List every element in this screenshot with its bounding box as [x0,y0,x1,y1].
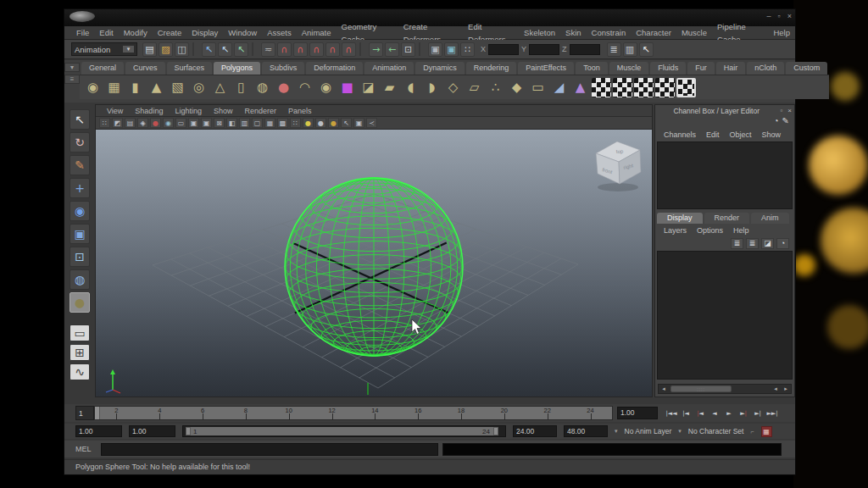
gate-mask-icon[interactable]: ∷ [290,118,301,128]
scale-tool[interactable]: ▣ [70,224,90,244]
panel-menu-shading[interactable]: Shading [129,107,169,115]
smooth-shade-icon[interactable]: ▭ [175,118,186,128]
shelf-tab-animation[interactable]: Animation [364,62,414,75]
shelf-tab-hair[interactable]: Hair [716,62,746,75]
layer-menu-layers[interactable]: Layers [659,226,692,235]
menu-skin[interactable]: Skin [560,26,586,39]
timeline-ruler[interactable]: 24681012141618202224 [94,406,613,420]
universal-manipulator-tool[interactable]: ⊡ [70,247,90,267]
soccer-ball-icon[interactable]: ● [274,78,293,97]
all-lights-icon[interactable]: ● [315,118,326,128]
timeline-frame-16[interactable]: 16 [397,407,440,419]
default-lighting-icon[interactable]: ● [303,118,314,128]
move-layer-icon[interactable]: ≣ [731,238,743,249]
grease-pencil-icon[interactable]: ∷ [99,118,110,128]
timeline-frame-2[interactable]: 2 [95,407,138,419]
slow-manip-icon[interactable]: ◔ [774,116,779,128]
playback-end-field[interactable]: 24.00 [513,425,557,437]
polygon-plane-icon[interactable]: ▧ [168,78,187,97]
move-tool[interactable]: + [70,178,90,198]
shelf-menu-icon[interactable]: ≡ [64,75,80,84]
animation-end-field[interactable]: 48.00 [564,425,608,437]
shelf-tab-dynamics[interactable]: Dynamics [415,62,465,75]
play-forwards-button[interactable]: ► [722,407,736,419]
grab-checker-icon[interactable] [634,78,654,97]
shelf-tab-surfaces[interactable]: Surfaces [167,62,213,75]
uv-mountain-icon[interactable]: ▲ [570,78,590,97]
shelf-tab-general[interactable]: General [81,62,124,75]
checker-window-icon[interactable] [676,78,696,97]
tear-off-icon[interactable]: ▫ [777,107,785,114]
panel-menu-renderer[interactable]: Renderer [238,107,282,115]
sidebar-toggle-icon[interactable]: ▥ [623,42,637,57]
render-frame-icon[interactable]: ▣ [428,42,442,57]
bounding-box-icon[interactable]: ▣ [188,118,199,128]
shelf-tab-fluids[interactable]: Fluids [650,62,686,75]
field-chart-icon[interactable]: ▦ [264,118,275,128]
merge-vertices-icon[interactable]: ∴ [486,78,505,97]
snap-curve-icon[interactable]: ∩ [293,42,308,57]
output-connections-icon[interactable]: ← [385,42,399,57]
bevel-icon[interactable]: ◆ [507,78,526,97]
step-back-key-button[interactable]: |◄ [693,407,707,419]
viewport-canvas[interactable]: topfrontright [96,130,652,396]
timeline-frame-20[interactable]: 20 [482,407,526,419]
layout-hypergraph-button[interactable]: ∿ [70,363,90,380]
timeline-frame-18[interactable]: 18 [440,407,483,419]
range-track[interactable]: 1 24 [182,425,506,437]
panel-menu-view[interactable]: View [101,107,129,115]
select-hierarchy-icon[interactable]: ↖ [202,42,216,57]
isolate-select-icon[interactable]: ▢ [252,118,263,128]
current-time-field[interactable]: 1.00 [617,407,658,419]
select-object-icon[interactable]: ↖ [218,42,232,57]
image-plane-icon[interactable]: ◈ [137,118,148,128]
shelf-tab-rendering[interactable]: Rendering [466,62,517,75]
2d-pan-zoom-icon[interactable]: ● [150,118,161,128]
menu-create[interactable]: Create [153,26,187,39]
tool-highlight-icon[interactable]: ↖ [639,42,654,57]
layer-tab-display[interactable]: Display [657,213,703,224]
ambient-occlusion-icon[interactable]: ● [328,118,339,128]
menu-modify[interactable]: Modify [119,26,153,39]
menu-character[interactable]: Character [631,26,676,39]
maximize-button[interactable]: ▫ [778,12,781,20]
polygon-prism-icon[interactable]: △ [210,78,230,97]
quad-draw-checker-icon[interactable] [592,78,611,97]
snap-view-plane-icon[interactable]: ∩ [326,42,340,57]
scrollbar-thumb[interactable]: ∷∷ [670,385,732,392]
channel-menu-show[interactable]: Show [757,130,787,139]
go-to-start-button[interactable]: |◄◄ [665,407,678,419]
shelf-tab-ncloth[interactable]: nCloth [747,62,784,75]
menu-window[interactable]: Window [223,26,262,39]
rotate-tool[interactable]: ◉ [70,201,90,221]
polygon-pipe-icon[interactable]: ▯ [231,78,251,97]
boolean-union-icon[interactable]: ◖ [401,78,420,97]
layout-four-pane-button[interactable]: ⊞ [70,344,90,361]
timeline-frame-10[interactable]: 10 [267,407,310,419]
make-live-icon[interactable]: ∩ [342,42,356,57]
anim-layer-dropdown[interactable]: No Anim Layer [625,427,672,435]
select-component-icon[interactable]: ↖ [234,42,248,57]
polygon-cone-icon[interactable]: ▲ [147,78,166,97]
play-backwards-button[interactable]: ◄ [708,407,721,419]
shelf-tab-polygons[interactable]: Polygons [214,62,260,75]
layer-menu-help[interactable]: Help [728,226,754,235]
xray-mode-icon[interactable]: ◧ [226,118,237,128]
empty-layer-icon[interactable]: ≣ [746,238,759,249]
coord-input-x[interactable] [488,44,519,55]
current-tool-polygon-sphere[interactable]: ● [70,292,90,313]
paint-select-tool[interactable]: ✎ [70,155,90,175]
menu-muscle[interactable]: Muscle [676,26,712,39]
timeline-frame-6[interactable]: 6 [181,407,225,419]
construction-history-icon[interactable]: ⊡ [401,42,415,57]
step-back-frame-button[interactable]: |◄ [679,407,693,419]
channel-list-empty[interactable] [657,141,793,209]
shelf-tab-custom[interactable]: Custom [786,62,827,75]
multisampling-icon[interactable]: ≺ [366,118,377,128]
wireframe-on-shaded-icon[interactable]: ▥ [239,118,250,128]
menu-display[interactable]: Display [186,26,223,39]
playback-start-field[interactable]: 1.00 [129,425,175,437]
command-input[interactable] [101,443,438,456]
polygon-cube-icon[interactable]: ▦ [104,78,124,97]
channel-menu-edit[interactable]: Edit [701,130,725,139]
